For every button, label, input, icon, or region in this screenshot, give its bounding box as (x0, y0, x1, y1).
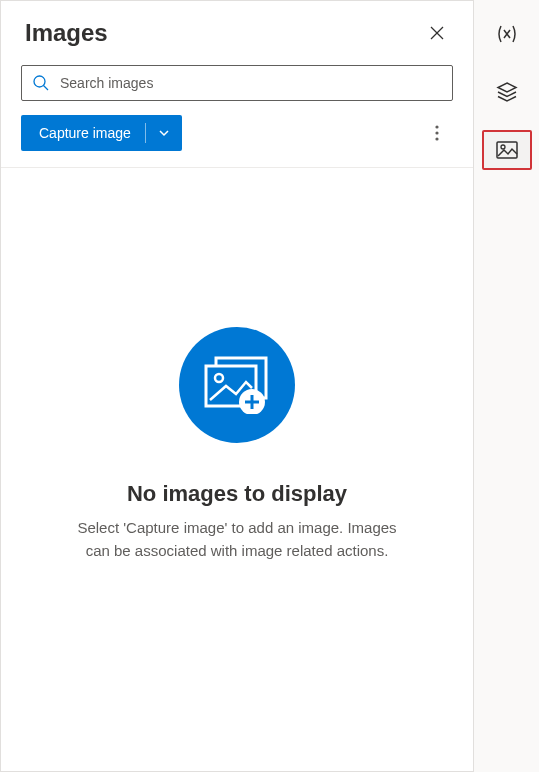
image-add-icon (202, 356, 272, 414)
capture-image-button[interactable]: Capture image (21, 115, 145, 151)
capture-image-dropdown[interactable] (146, 115, 182, 151)
svg-line-3 (44, 86, 49, 91)
variables-icon (496, 24, 518, 44)
search-input[interactable] (60, 75, 442, 91)
toolbar: Capture image (1, 115, 473, 167)
svg-point-4 (435, 125, 438, 128)
panel-title: Images (25, 19, 108, 47)
search-icon (32, 74, 50, 92)
rail-images-button[interactable] (482, 130, 532, 170)
right-rail (474, 0, 539, 772)
svg-point-17 (501, 145, 505, 149)
chevron-down-icon (158, 127, 170, 139)
svg-point-5 (435, 131, 438, 134)
layers-icon (496, 82, 518, 102)
capture-image-split-button: Capture image (21, 115, 182, 151)
panel-header: Images (1, 1, 473, 59)
empty-state: No images to display Select 'Capture ima… (1, 167, 473, 771)
search-wrapper (1, 59, 473, 115)
close-icon (430, 26, 444, 40)
close-button[interactable] (421, 17, 453, 49)
more-vertical-icon (435, 125, 439, 141)
svg-marker-15 (498, 83, 516, 92)
empty-state-icon-circle (179, 327, 295, 443)
svg-point-2 (34, 76, 45, 87)
image-icon (496, 141, 518, 159)
more-options-button[interactable] (421, 117, 453, 149)
rail-variables-button[interactable] (482, 14, 532, 54)
empty-state-title: No images to display (127, 481, 347, 507)
rail-layers-button[interactable] (482, 72, 532, 112)
images-panel: Images Capture image (0, 0, 474, 772)
search-box[interactable] (21, 65, 453, 101)
empty-state-description: Select 'Capture image' to add an image. … (67, 517, 407, 562)
svg-point-6 (435, 137, 438, 140)
